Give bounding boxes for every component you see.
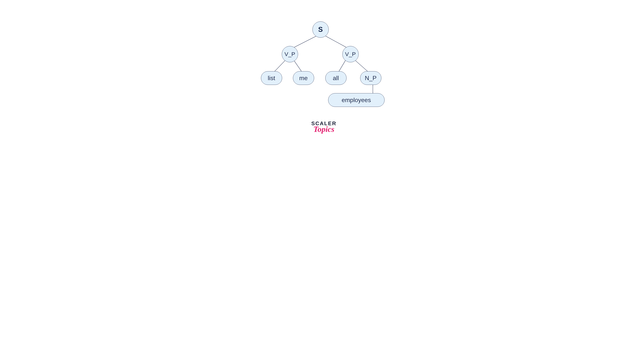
brand-logo: SCALER Topics — [309, 121, 339, 134]
svg-line-1 — [326, 36, 346, 47]
svg-line-4 — [339, 60, 346, 72]
node-label: list — [268, 75, 275, 82]
node-vp-left: V_P — [282, 46, 298, 62]
node-label: N_P — [365, 75, 376, 82]
svg-line-2 — [274, 60, 285, 72]
node-label: S — [318, 26, 323, 34]
node-label: V_P — [345, 51, 356, 57]
node-np: N_P — [360, 71, 381, 85]
node-leaf-employees: employees — [328, 93, 384, 107]
node-label: employees — [342, 97, 371, 104]
svg-line-3 — [294, 61, 302, 72]
node-label: all — [333, 75, 339, 82]
svg-line-0 — [294, 36, 316, 47]
diagram-canvas: S V_P V_P list me all N_P employees SCAL… — [184, 0, 460, 156]
svg-line-5 — [355, 60, 368, 72]
node-label: V_P — [284, 51, 295, 57]
node-label: me — [299, 75, 308, 82]
node-root-s: S — [312, 22, 329, 38]
node-leaf-me: me — [293, 71, 314, 85]
node-leaf-list: list — [261, 71, 282, 85]
node-vp-right: V_P — [342, 46, 359, 62]
node-leaf-all: all — [325, 71, 346, 85]
